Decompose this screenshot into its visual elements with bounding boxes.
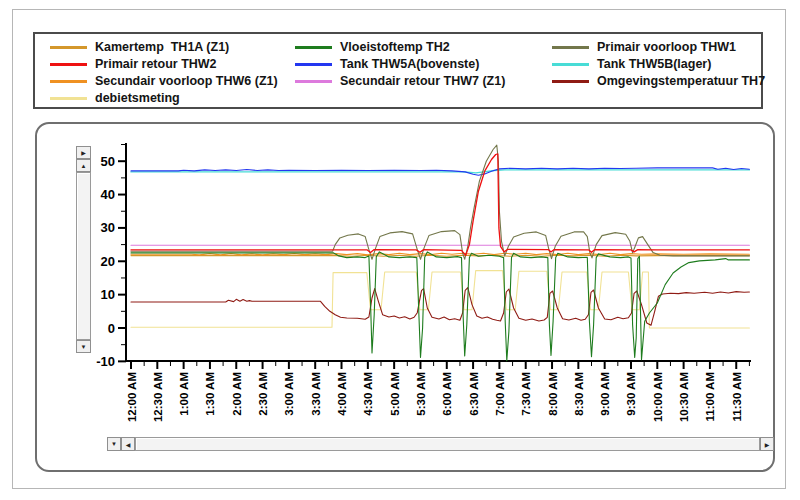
- x-tick-label: 12:00 AM: [126, 372, 138, 422]
- y-tick-label: 30: [101, 220, 115, 235]
- series-line: [131, 252, 749, 361]
- x-tick-label: 9:30 AM: [625, 372, 637, 416]
- x-tick-label: 10:30 AM: [678, 372, 690, 422]
- vertical-axis-scrollbar[interactable]: ▶ ▲ ▼: [76, 146, 91, 353]
- scroll-left-icon[interactable]: ◀: [121, 437, 135, 451]
- x-tick-label: 8:00 AM: [547, 372, 559, 416]
- x-tick-label: 3:00 AM: [283, 372, 295, 416]
- horizontal-scrollbar-thumb[interactable]: [135, 437, 760, 451]
- x-tick-label: 5:30 AM: [415, 372, 427, 416]
- y-tick-label: 20: [101, 254, 115, 269]
- series-line: [131, 154, 749, 255]
- scroll-down-icon[interactable]: ▼: [107, 437, 121, 451]
- x-tick-label: 5:00 AM: [389, 372, 401, 416]
- x-tick-label: 6:00 AM: [441, 372, 453, 416]
- x-tick-label: 2:00 AM: [231, 372, 243, 416]
- chart-canvas[interactable]: -100102030405012:00 AM12:30 AM1:00 AM1:3…: [0, 0, 800, 500]
- y-tick-label: 0: [108, 321, 115, 336]
- x-tick-label: 8:30 AM: [573, 372, 585, 416]
- x-tick-label: 2:30 AM: [257, 372, 269, 416]
- x-tick-label: 4:30 AM: [362, 372, 374, 416]
- chart-application-window: Kamertemp TH1A (Z1)Vloeistoftemp TH2Prim…: [0, 0, 800, 500]
- vertical-scrollbar-thumb[interactable]: [76, 172, 91, 340]
- x-tick-label: 6:30 AM: [468, 372, 480, 416]
- x-tick-label: 3:30 AM: [310, 372, 322, 416]
- scroll-right-icon[interactable]: ▶: [760, 437, 774, 451]
- series-line: [131, 145, 749, 259]
- y-tick-label: 50: [101, 154, 115, 169]
- scroll-right-icon[interactable]: ▶: [76, 146, 91, 159]
- x-tick-label: 11:30 AM: [731, 372, 743, 421]
- y-tick-label: 10: [101, 287, 115, 302]
- y-tick-label: -10: [96, 354, 115, 369]
- scroll-down-icon[interactable]: ▼: [76, 340, 91, 353]
- x-tick-label: 4:00 AM: [336, 372, 348, 416]
- x-tick-label: 10:00 AM: [652, 372, 664, 422]
- x-tick-label: 12:30 AM: [152, 372, 164, 422]
- horizontal-axis-scrollbar[interactable]: ▼ ◀ ▶: [107, 437, 774, 451]
- series-line: [131, 271, 749, 328]
- y-tick-label: 40: [101, 187, 115, 202]
- x-tick-label: 9:00 AM: [599, 372, 611, 416]
- x-tick-label: 1:30 AM: [204, 372, 216, 416]
- series-line: [131, 288, 749, 326]
- scroll-up-icon[interactable]: ▲: [76, 159, 91, 172]
- series-line: [131, 255, 749, 256]
- x-tick-label: 7:00 AM: [494, 372, 506, 416]
- x-tick-label: 1:00 AM: [178, 372, 190, 416]
- x-tick-label: 7:30 AM: [520, 372, 532, 416]
- x-tick-label: 11:00 AM: [704, 372, 716, 421]
